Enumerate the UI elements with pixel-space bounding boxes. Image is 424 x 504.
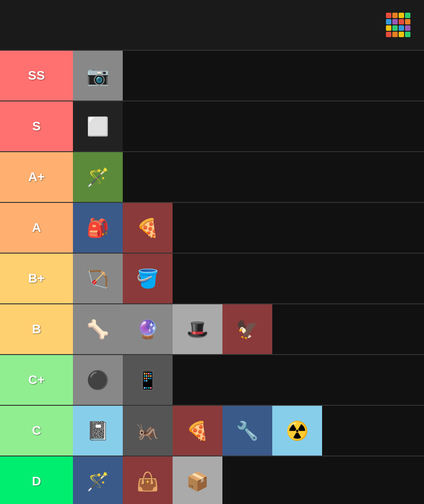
tier-item-cplus-2[interactable]: 📱 xyxy=(123,355,173,405)
logo-cell xyxy=(405,32,410,37)
tier-item-b-3[interactable]: 🎩 xyxy=(173,304,222,354)
logo-cell xyxy=(392,19,398,24)
tier-item-d-3[interactable]: 📦 xyxy=(173,456,222,504)
tier-item-a-1[interactable]: 🎒 xyxy=(73,203,123,253)
app-container: SS📷S⬜A+🪄A🎒🍕B+🏹🪣B🦴🔮🎩🦅C+⚫📱C📓🦗🍕🔧☢️D🪄👜📦Store… xyxy=(0,0,424,504)
tier-item-s-1[interactable]: ⬜ xyxy=(73,101,123,151)
tier-row-cplus: C+⚫📱 xyxy=(0,354,424,405)
tier-item-c-5[interactable]: ☢️ xyxy=(272,406,322,456)
tier-label-c: C xyxy=(0,406,73,456)
tier-item-b-2[interactable]: 🔮 xyxy=(123,304,173,354)
tier-item-d-2[interactable]: 👜 xyxy=(123,456,173,504)
logo-cell xyxy=(405,13,410,18)
logo-cell xyxy=(392,13,398,18)
logo-cell xyxy=(386,25,391,31)
tier-row-d: D🪄👜📦 xyxy=(0,456,424,504)
logo-cell xyxy=(386,13,391,18)
tier-item-c-2[interactable]: 🦗 xyxy=(123,406,173,456)
tier-row-ss: SS📷 xyxy=(0,50,424,101)
tier-label-a: A xyxy=(0,203,73,253)
tier-item-c-1[interactable]: 📓 xyxy=(73,406,123,456)
logo-cell xyxy=(399,13,404,18)
tier-label-b: B xyxy=(0,304,73,354)
tier-label-s: S xyxy=(0,101,73,151)
tier-item-c-3[interactable]: 🍕 xyxy=(173,406,222,456)
tier-items-s: ⬜ xyxy=(73,101,424,151)
logo-cell xyxy=(399,32,404,37)
logo-cell xyxy=(405,25,410,31)
tier-items-d: 🪄👜📦 xyxy=(73,456,424,504)
tier-items-aplus: 🪄 xyxy=(73,152,424,202)
tier-items-ss: 📷 xyxy=(73,51,424,101)
logo-cell xyxy=(386,32,391,37)
header xyxy=(0,0,424,50)
tier-item-b-1[interactable]: 🦴 xyxy=(73,304,123,354)
tier-item-a-2[interactable]: 🍕 xyxy=(123,203,173,253)
tier-item-ss-1[interactable]: 📷 xyxy=(73,51,123,101)
logo-grid-icon xyxy=(386,13,410,37)
tier-label-ss: SS xyxy=(0,51,73,101)
tier-items-bplus: 🏹🪣 xyxy=(73,254,424,303)
tier-label-d: D xyxy=(0,456,73,504)
tier-items-b: 🦴🔮🎩🦅 xyxy=(73,304,424,354)
tier-list: SS📷S⬜A+🪄A🎒🍕B+🏹🪣B🦴🔮🎩🦅C+⚫📱C📓🦗🍕🔧☢️D🪄👜📦Store… xyxy=(0,50,424,504)
logo-cell xyxy=(405,19,410,24)
tier-item-d-1[interactable]: 🪄 xyxy=(73,456,123,504)
logo-cell xyxy=(392,25,398,31)
tier-item-b-4[interactable]: 🦅 xyxy=(222,304,272,354)
tier-label-cplus: C+ xyxy=(0,355,73,405)
tier-row-aplus: A+🪄 xyxy=(0,151,424,202)
logo-cell xyxy=(386,19,391,24)
logo xyxy=(386,13,415,37)
tier-label-bplus: B+ xyxy=(0,254,73,303)
tier-item-aplus-1[interactable]: 🪄 xyxy=(73,152,123,202)
tier-items-cplus: ⚫📱 xyxy=(73,355,424,405)
tier-row-bplus: B+🏹🪣 xyxy=(0,253,424,303)
tier-label-aplus: A+ xyxy=(0,152,73,202)
tier-row-a: A🎒🍕 xyxy=(0,202,424,253)
tier-row-c: C📓🦗🍕🔧☢️ xyxy=(0,405,424,456)
tier-item-bplus-1[interactable]: 🏹 xyxy=(73,254,123,303)
logo-cell xyxy=(399,19,404,24)
tier-item-c-4[interactable]: 🔧 xyxy=(222,406,272,456)
tier-item-cplus-1[interactable]: ⚫ xyxy=(73,355,123,405)
tier-items-c: 📓🦗🍕🔧☢️ xyxy=(73,406,424,456)
tier-row-s: S⬜ xyxy=(0,101,424,151)
tier-items-a: 🎒🍕 xyxy=(73,203,424,253)
logo-cell xyxy=(392,32,398,37)
logo-cell xyxy=(399,25,404,31)
tier-item-bplus-2[interactable]: 🪣 xyxy=(123,254,173,303)
tier-row-b: B🦴🔮🎩🦅 xyxy=(0,303,424,354)
